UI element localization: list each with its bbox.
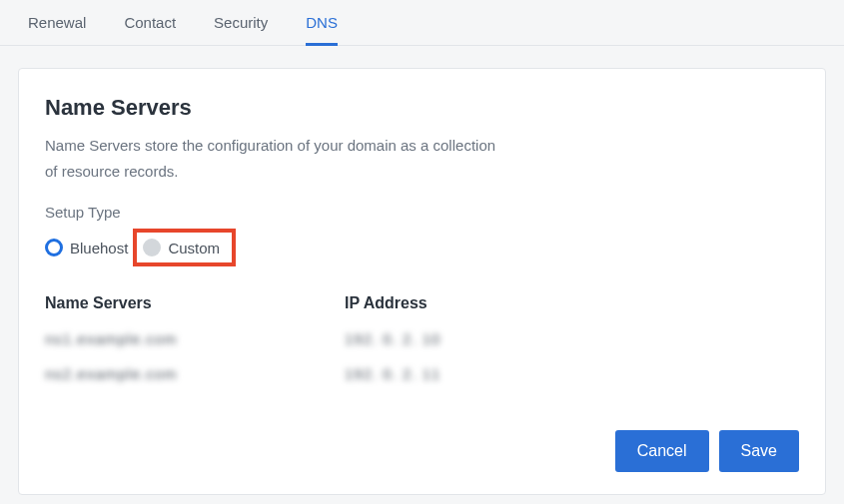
radio-icon bbox=[143, 239, 161, 256]
card-description: Name Servers store the configuration of … bbox=[45, 133, 504, 184]
card-title: Name Servers bbox=[45, 95, 799, 121]
cancel-button[interactable]: Cancel bbox=[615, 430, 709, 472]
ns-columns: Name Servers ns1.example.com ns2.example… bbox=[45, 294, 799, 400]
ip-address-column: IP Address 192. 0. 2. 10 192. 0. 2. 11 bbox=[345, 294, 524, 400]
tab-renewal[interactable]: Renewal bbox=[28, 14, 86, 45]
radio-custom[interactable]: Custom bbox=[143, 239, 220, 256]
tab-security[interactable]: Security bbox=[214, 14, 268, 45]
ip-column-header: IP Address bbox=[345, 294, 524, 312]
setup-type-radios: Bluehost Custom bbox=[45, 229, 799, 266]
tab-contact[interactable]: Contact bbox=[124, 14, 176, 45]
ip-value: 192. 0. 2. 11 bbox=[345, 365, 524, 382]
radio-icon bbox=[45, 239, 63, 256]
name-servers-column: Name Servers ns1.example.com ns2.example… bbox=[45, 294, 255, 400]
card-actions: Cancel Save bbox=[45, 430, 799, 472]
tabs-bar: Renewal Contact Security DNS bbox=[0, 0, 844, 46]
name-servers-card: Name Servers Name Servers store the conf… bbox=[18, 68, 826, 495]
radio-bluehost-label: Bluehost bbox=[70, 240, 128, 256]
save-button[interactable]: Save bbox=[719, 430, 799, 472]
ns-value: ns2.example.com bbox=[45, 365, 255, 382]
radio-bluehost[interactable]: Bluehost bbox=[45, 239, 128, 256]
setup-type-label: Setup Type bbox=[45, 204, 799, 221]
custom-highlight: Custom bbox=[133, 229, 236, 266]
ip-value: 192. 0. 2. 10 bbox=[345, 330, 524, 347]
tab-dns[interactable]: DNS bbox=[306, 14, 338, 45]
ns-column-header: Name Servers bbox=[45, 294, 255, 312]
radio-custom-label: Custom bbox=[168, 240, 220, 256]
ns-value: ns1.example.com bbox=[45, 330, 255, 347]
